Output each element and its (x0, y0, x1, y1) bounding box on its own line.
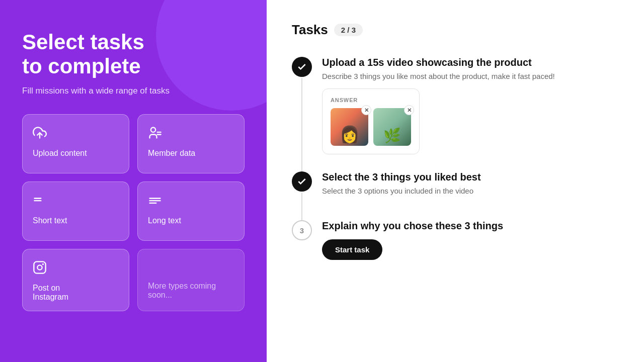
answer-images: ✕ ✕ (331, 108, 411, 146)
remove-image-1-button[interactable]: ✕ (361, 105, 371, 115)
answer-image-1-wrap: ✕ (331, 108, 368, 146)
remove-image-2-button[interactable]: ✕ (404, 105, 414, 115)
more-types-icon (148, 260, 234, 275)
task-2-desc: Select the 3 options you included in the… (322, 187, 619, 195)
card-member-data[interactable]: Member data (137, 114, 245, 173)
task-2-heading: Select the 3 things you liked best (322, 170, 619, 184)
task-connector-1 (301, 78, 302, 186)
svg-point-11 (43, 264, 43, 264)
task-cards-grid: Upload content Member data Short text Lo… (22, 114, 245, 311)
card-post-instagram[interactable]: Post onInstagram (22, 249, 129, 311)
task-content-3: Explain why you chose these 3 things Sta… (322, 219, 619, 276)
card-more-types-label: More types coming soon... (148, 282, 234, 300)
task-item-2: Select the 3 things you liked best Selec… (292, 170, 619, 219)
answer-image-2-wrap: ✕ (373, 108, 411, 146)
card-long-text-label: Long text (148, 216, 234, 225)
svg-rect-9 (34, 261, 45, 273)
start-task-button[interactable]: Start task (322, 239, 382, 260)
member-icon (148, 126, 234, 142)
page-title: Select tasksto complete (22, 30, 245, 79)
card-short-text[interactable]: Short text (22, 182, 129, 241)
left-panel: Select tasksto complete Fill missions wi… (0, 0, 267, 362)
card-short-text-label: Short text (33, 216, 119, 225)
answer-label: ANSWER (331, 97, 411, 103)
svg-point-1 (151, 127, 155, 132)
tasks-badge: 2 / 3 (334, 24, 363, 36)
task-circle-1 (292, 57, 312, 77)
card-upload-content[interactable]: Upload content (22, 114, 129, 173)
tasks-header: Tasks 2 / 3 (292, 22, 619, 38)
right-panel: Tasks 2 / 3 Upload a 15s video showcasin… (267, 0, 644, 362)
page-subtitle: Fill missions with a wide range of tasks (22, 86, 245, 96)
tasks-title: Tasks (292, 22, 328, 38)
task-list: Upload a 15s video showcasing the produc… (292, 56, 619, 276)
card-upload-content-label: Upload content (33, 149, 119, 158)
task-1-desc: Describe 3 things you like most about th… (322, 72, 619, 80)
task-3-heading: Explain why you chose these 3 things (322, 219, 619, 232)
instagram-icon (33, 260, 119, 277)
card-member-data-label: Member data (148, 149, 234, 158)
svg-point-10 (37, 265, 42, 269)
long-text-icon (148, 193, 234, 209)
upload-icon (33, 126, 119, 142)
card-post-instagram-label: Post onInstagram (33, 284, 119, 302)
task-item-1: Upload a 15s video showcasing the produc… (292, 56, 619, 170)
task-circle-3: 3 (292, 220, 312, 240)
card-long-text[interactable]: Long text (137, 182, 245, 241)
card-more-types: More types coming soon... (137, 249, 245, 311)
answer-box: ANSWER ✕ ✕ (322, 88, 420, 154)
short-text-icon (33, 193, 119, 209)
task-1-heading: Upload a 15s video showcasing the produc… (322, 56, 619, 69)
task-item-3: 3 Explain why you chose these 3 things S… (292, 219, 619, 276)
task-circle-2 (292, 171, 312, 192)
task-content-1: Upload a 15s video showcasing the produc… (322, 56, 619, 170)
task-content-2: Select the 3 things you liked best Selec… (322, 170, 619, 219)
